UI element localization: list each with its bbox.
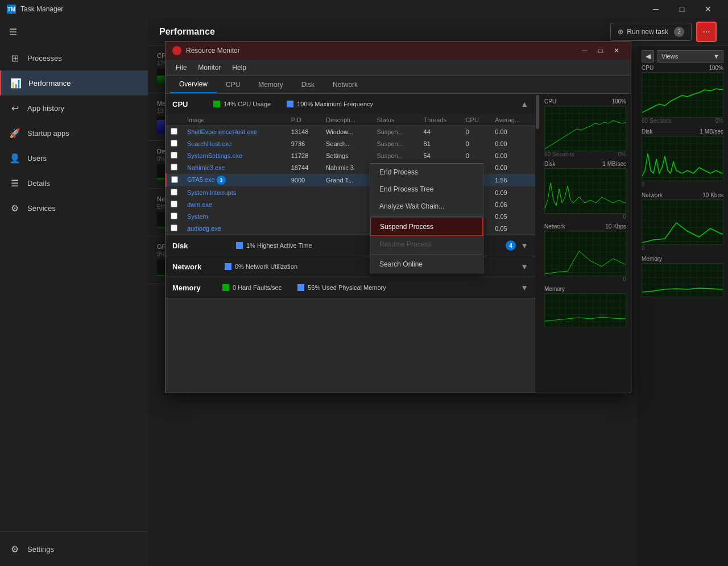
ctx-separator-2	[370, 254, 483, 255]
row-checkbox[interactable]	[166, 199, 183, 211]
run-new-task-button[interactable]: ⊕ Run new task 2	[610, 23, 692, 41]
row-checkbox[interactable]	[166, 150, 183, 162]
row-threads: 54	[419, 150, 461, 162]
ctx-end-process[interactable]: End Process	[370, 164, 483, 181]
cpu-section-title: CPU	[172, 100, 206, 109]
row-checkbox[interactable]	[166, 138, 183, 150]
rm-menu-monitor[interactable]: Monitor	[192, 60, 226, 75]
ctx-separator-1	[370, 216, 483, 217]
rm-menu-file[interactable]: File	[170, 60, 192, 75]
title-bar-text: Task Manager	[20, 5, 63, 13]
rm-cpu-graph-label: CPU 100%	[544, 98, 626, 105]
rm-tab-network[interactable]: Network	[324, 76, 367, 93]
row-checkbox[interactable]	[166, 223, 183, 235]
row-checkbox[interactable]	[166, 126, 183, 138]
table-row[interactable]: SearchHost.exe 9736 Search... Suspen... …	[166, 138, 535, 150]
row-threads: 44	[419, 126, 461, 138]
row-image: audiodg.exe	[183, 223, 287, 235]
network-label: Network	[642, 192, 663, 198]
row-checkbox[interactable]	[166, 211, 183, 223]
sidebar-item-processes[interactable]: ⊞ Processes	[0, 45, 148, 70]
rm-mem-lbl: Memory	[544, 286, 565, 292]
network-section-right: ▼	[520, 262, 528, 271]
ctx-suspend-process[interactable]: Suspend Process	[370, 218, 483, 236]
rm-minimize-btn[interactable]: ─	[577, 44, 592, 57]
rm-tab-cpu[interactable]: CPU	[217, 76, 249, 93]
row-pid	[287, 211, 321, 223]
rm-title-text: Resource Monitor	[186, 47, 240, 55]
sidebar-item-app-history[interactable]: ↩ App history	[0, 95, 148, 120]
rm-disk-svg	[545, 169, 626, 213]
rm-app-icon	[172, 46, 181, 55]
disk-badge-blue	[236, 242, 243, 249]
ctx-end-process-tree[interactable]: End Process Tree	[370, 181, 483, 198]
row-avg: 0.00	[490, 138, 535, 150]
sidebar-toggle[interactable]: ☰	[0, 18, 148, 45]
cpu-badge-green	[213, 101, 220, 107]
sidebar-item-services[interactable]: ⚙ Services	[0, 195, 148, 220]
network-collapse-btn[interactable]: ▼	[520, 262, 528, 271]
memory-collapse-btn[interactable]: ▼	[520, 283, 528, 292]
rm-scrollbar[interactable]	[535, 94, 540, 393]
rm-net-svg	[545, 231, 626, 276]
rm-tab-overview[interactable]: Overview	[170, 76, 217, 93]
views-label: Views	[661, 53, 678, 60]
rm-tab-memory[interactable]: Memory	[249, 76, 292, 93]
rm-menu-help[interactable]: Help	[226, 60, 252, 75]
cpu-collapse-btn[interactable]: ▲	[520, 99, 528, 109]
cpu-section-right: ▲	[520, 99, 528, 109]
rm-disk-canvas	[544, 168, 626, 214]
rm-net-canvas	[544, 231, 626, 276]
network-badge: 0% Network Utilization	[225, 263, 297, 270]
sidebar-item-users[interactable]: 👤 Users	[0, 145, 148, 170]
page-title: Performance	[159, 27, 215, 37]
disk-badge: 1% Highest Active Time	[236, 242, 312, 249]
rm-close-btn[interactable]: ✕	[609, 44, 624, 57]
disk-step-badge: 4	[506, 240, 516, 251]
rm-net-graph-block: Network 10 Kbps 0	[544, 223, 626, 282]
row-pid	[287, 199, 321, 211]
rm-mem-graph-label: Memory	[544, 286, 626, 292]
rm-memory-section: Memory 0 Hard Faults/sec 56% Used Physic…	[166, 277, 535, 298]
sidebar-item-performance[interactable]: 📊 Performance	[0, 70, 148, 95]
cpu-graph-canvas	[642, 72, 723, 118]
row-status: Suspen...	[372, 150, 419, 162]
rm-scrollbar-thumb	[536, 95, 539, 129]
sidebar: ☰ ⊞ Processes 📊 Performance ↩ App histor…	[0, 18, 148, 566]
rm-net-graph-label: Network 10 Kbps	[544, 223, 626, 230]
rm-cpu-header[interactable]: CPU 14% CPU Usage 100% Maximum Frequency…	[166, 94, 535, 114]
rm-tab-disk[interactable]: Disk	[292, 76, 324, 93]
sidebar-item-settings[interactable]: ⚙ Settings	[0, 536, 148, 561]
rm-title-bar: Resource Monitor ─ □ ✕	[166, 41, 631, 60]
memory-badge1: 0 Hard Faults/sec	[222, 284, 282, 291]
ctx-analyze-wait-chain[interactable]: Analyze Wait Chain...	[370, 198, 483, 215]
row-status: Suspen...	[372, 126, 419, 138]
row-desc	[321, 187, 372, 199]
maximize-button[interactable]: □	[669, 0, 695, 18]
cpu-graph-bottom: 60 Seconds 0%	[642, 118, 723, 124]
close-button[interactable]: ✕	[695, 0, 721, 18]
views-dropdown[interactable]: Views ▼	[657, 50, 723, 63]
rm-60sec: 60 Seconds	[544, 151, 574, 157]
rm-maximize-btn[interactable]: □	[593, 44, 608, 57]
row-desc	[321, 223, 372, 235]
row-desc	[321, 199, 372, 211]
col-avg: Averag...	[490, 114, 535, 126]
row-checkbox[interactable]	[166, 174, 183, 187]
sidebar-item-details[interactable]: ☰ Details	[0, 170, 148, 195]
table-row[interactable]: ShellExperienceHost.exe 13148 Window... …	[166, 126, 535, 138]
more-options-button[interactable]: ···	[696, 22, 717, 42]
network-right-graph: Network 10 Kbps 0	[642, 192, 723, 251]
minimize-button[interactable]: ─	[643, 0, 669, 18]
table-row[interactable]: SystemSettings.exe 11728 Settings Suspen…	[166, 150, 535, 162]
ctx-search-online[interactable]: Search Online	[370, 256, 483, 273]
row-checkbox[interactable]	[166, 187, 183, 199]
disk-section-title: Disk	[172, 242, 206, 250]
rm-disk-lbl: Disk	[544, 161, 555, 167]
sidebar-item-startup-apps[interactable]: 🚀 Startup apps	[0, 120, 148, 145]
sidebar-footer: ⚙ Settings	[0, 531, 148, 566]
graph-nav-prev[interactable]: ◀	[642, 50, 654, 63]
rm-memory-header[interactable]: Memory 0 Hard Faults/sec 56% Used Physic…	[166, 277, 535, 298]
row-checkbox[interactable]	[166, 162, 183, 174]
disk-collapse-btn[interactable]: ▼	[520, 241, 528, 250]
